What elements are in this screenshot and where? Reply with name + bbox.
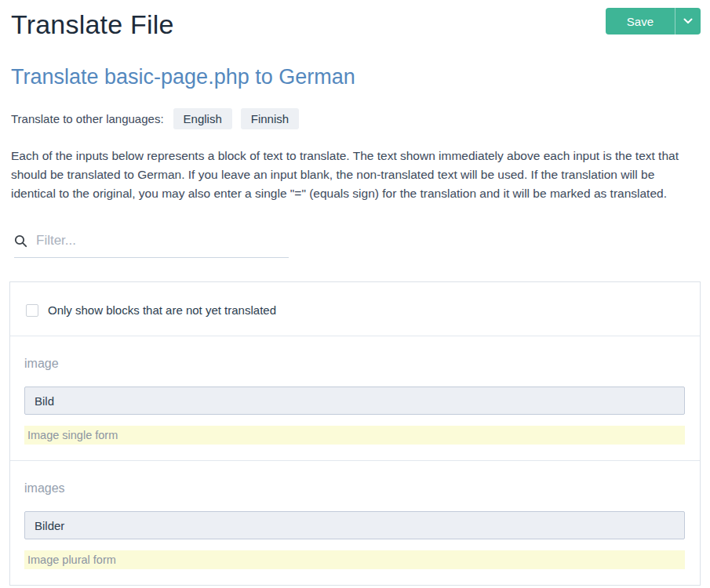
language-button-english[interactable]: English	[173, 108, 232, 129]
save-dropdown-button[interactable]	[675, 8, 701, 34]
translation-block-images: images Image plural form	[10, 460, 700, 585]
page-header: Translate File Save	[9, 0, 701, 40]
translation-block-image: image Image single form	[10, 336, 700, 460]
page-title: Translate File	[11, 9, 174, 40]
only-untranslated-label: Only show blocks that are not yet transl…	[48, 303, 276, 317]
other-languages-row: Translate to other languages: English Fi…	[11, 108, 701, 129]
source-text-label: images	[24, 481, 685, 495]
filter-input[interactable]	[35, 232, 289, 249]
instructions-text: Each of the inputs below represents a bl…	[11, 147, 701, 203]
translation-hint: Image single form	[24, 426, 685, 445]
source-text-label: image	[24, 357, 685, 371]
language-button-finnish[interactable]: Finnish	[241, 108, 299, 129]
translation-input-image[interactable]	[24, 387, 685, 415]
translation-input-images[interactable]	[24, 511, 685, 539]
translate-subtitle: Translate basic-page.php to German	[11, 65, 701, 89]
only-untranslated-checkbox[interactable]	[26, 304, 38, 317]
search-icon	[14, 234, 27, 248]
other-languages-label: Translate to other languages:	[11, 112, 164, 125]
save-button[interactable]: Save	[606, 8, 675, 34]
chevron-down-icon	[683, 18, 693, 24]
translation-hint: Image plural form	[24, 550, 685, 569]
filter-field	[14, 227, 289, 258]
translation-blocks-panel: Only show blocks that are not yet transl…	[9, 281, 701, 586]
translate-file-page: Translate File Save Translate basic-page…	[0, 0, 710, 586]
save-split-button: Save	[606, 8, 701, 34]
only-untranslated-row: Only show blocks that are not yet transl…	[10, 282, 700, 336]
